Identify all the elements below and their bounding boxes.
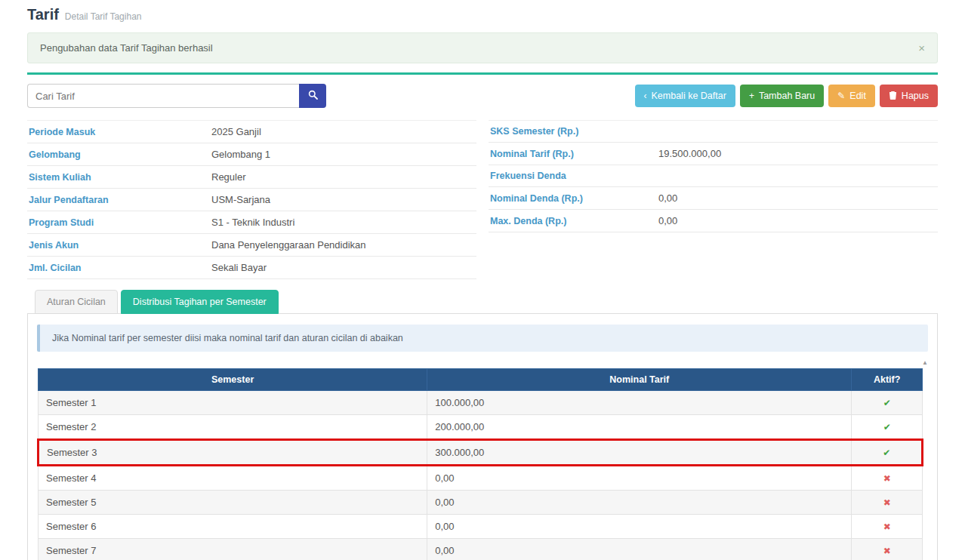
edit-button-label: Edit <box>849 91 866 101</box>
action-buttons: ‹ Kembali ke Daftar + Tambah Baru ✎ Edit… <box>635 85 938 107</box>
cross-icon: ✖ <box>883 522 891 532</box>
semester-cell: Semester 3 <box>39 440 427 466</box>
scroll-up-icon[interactable]: ▲ <box>922 359 928 367</box>
back-to-list-button[interactable]: ‹ Kembali ke Daftar <box>635 85 735 107</box>
column-header: Semester <box>39 369 427 391</box>
field-row: SKS Semester (Rp.) <box>489 120 938 143</box>
tab-panel: Jika Nominal tarif per semester diisi ma… <box>27 313 938 560</box>
field-label: Sistem Kuliah <box>29 172 211 183</box>
toolbar: ‹ Kembali ke Daftar + Tambah Baru ✎ Edit… <box>27 84 938 108</box>
field-row: Frekuensi Denda <box>489 165 938 187</box>
nominal-cell: 0,00 <box>427 491 852 515</box>
field-row: Nominal Denda (Rp.)0,00 <box>489 187 938 210</box>
semester-cell: Semester 7 <box>39 539 427 560</box>
tabs: Aturan CicilanDistribusi Tagihan per Sem… <box>35 290 938 314</box>
details-left: Periode Masuk2025 GanjilGelombangGelomba… <box>27 120 476 279</box>
aktif-cell: ✖ <box>852 466 923 491</box>
pencil-icon: ✎ <box>837 91 845 100</box>
info-note: Jika Nominal tarif per semester diisi ma… <box>37 325 928 352</box>
alert-message: Pengubahan data Tarif Tagihan berhasil <box>40 42 213 54</box>
nominal-cell: 100.000,00 <box>427 391 852 415</box>
add-new-button[interactable]: + Tambah Baru <box>740 85 824 107</box>
semester-cell: Semester 6 <box>39 515 427 539</box>
field-row: Jalur PendaftaranUSM-Sarjana <box>27 189 476 211</box>
tab-aturan-cicilan[interactable]: Aturan Cicilan <box>35 290 118 314</box>
field-value: Reguler <box>211 171 246 183</box>
field-value: 0,00 <box>658 215 677 226</box>
page-subtitle: Detail Tarif Tagihan <box>65 11 142 22</box>
field-value: USM-Sarjana <box>211 194 270 205</box>
field-label: SKS Semester (Rp.) <box>490 126 658 137</box>
field-row: Nominal Tarif (Rp.)19.500.000,00 <box>489 143 938 165</box>
search-input[interactable] <box>27 84 299 108</box>
field-row: Periode Masuk2025 Ganjil <box>27 120 476 143</box>
close-icon[interactable]: × <box>918 42 925 54</box>
field-value: S1 - Teknik Industri <box>211 217 294 228</box>
edit-button[interactable]: ✎ Edit <box>828 85 875 107</box>
delete-button[interactable]: Hapus <box>880 85 938 107</box>
tab-distribusi-tagihan-per-semester[interactable]: Distribusi Tagihan per Semester <box>121 290 279 314</box>
field-value: Dana Penyelenggaraan Pendidikan <box>211 239 366 251</box>
aktif-cell: ✔ <box>852 440 923 466</box>
semester-table-body: Semester 1100.000,00✔Semester 2200.000,0… <box>39 391 923 560</box>
field-label: Gelombang <box>29 149 211 160</box>
semester-cell: Semester 5 <box>39 491 427 515</box>
success-alert: Pengubahan data Tarif Tagihan berhasil × <box>27 32 938 63</box>
table-row: Semester 50,00✖ <box>39 491 923 515</box>
detail-section: Periode Masuk2025 GanjilGelombangGelomba… <box>27 120 938 279</box>
check-icon: ✔ <box>883 398 891 408</box>
aktif-cell: ✖ <box>852 539 923 560</box>
table-row: Semester 70,00✖ <box>39 539 923 560</box>
page-header: TarifDetail Tarif Tagihan <box>27 6 938 23</box>
cross-icon: ✖ <box>883 546 891 556</box>
semester-cell: Semester 1 <box>39 391 427 415</box>
aktif-cell: ✔ <box>852 415 923 440</box>
table-row: Semester 3300.000,00✔ <box>39 440 923 466</box>
details-right: SKS Semester (Rp.)Nominal Tarif (Rp.)19.… <box>489 120 938 279</box>
table-row: Semester 60,00✖ <box>39 515 923 539</box>
field-value: Sekali Bayar <box>211 262 267 273</box>
nominal-cell: 300.000,00 <box>427 440 852 466</box>
search-icon <box>308 90 318 102</box>
delete-button-label: Hapus <box>902 91 929 101</box>
field-row: Program StudiS1 - Teknik Industri <box>27 211 476 234</box>
column-header: Aktif? <box>852 369 923 391</box>
aktif-cell: ✖ <box>852 515 923 539</box>
field-label: Jml. Cicilan <box>29 263 211 273</box>
back-button-label: Kembali ke Daftar <box>652 91 726 101</box>
trash-icon <box>889 91 897 101</box>
field-value: 0,00 <box>658 192 677 204</box>
field-label: Max. Denda (Rp.) <box>490 216 658 226</box>
field-row: Jml. CicilanSekali Bayar <box>27 257 476 279</box>
field-label: Nominal Denda (Rp.) <box>490 193 658 204</box>
semester-cell: Semester 2 <box>39 415 427 440</box>
cross-icon: ✖ <box>883 473 891 484</box>
nominal-cell: 0,00 <box>427 539 852 560</box>
aktif-cell: ✖ <box>852 491 923 515</box>
plus-icon: + <box>749 91 754 100</box>
field-label: Jenis Akun <box>29 240 211 251</box>
field-label: Program Studi <box>29 217 211 228</box>
search-button[interactable] <box>299 84 326 108</box>
field-label: Frekuensi Denda <box>490 171 658 181</box>
aktif-cell: ✔ <box>852 391 923 415</box>
nominal-cell: 200.000,00 <box>427 415 852 440</box>
add-button-label: Tambah Baru <box>759 91 815 101</box>
accent-divider <box>27 72 938 75</box>
check-icon: ✔ <box>883 448 890 458</box>
table-row: Semester 1100.000,00✔ <box>39 391 923 415</box>
nominal-cell: 0,00 <box>427 466 852 491</box>
table-row: Semester 40,00✖ <box>39 466 923 491</box>
semester-table: SemesterNominal TarifAktif? Semester 110… <box>37 368 923 560</box>
page-title: Tarif <box>27 6 59 23</box>
table-row: Semester 2200.000,00✔ <box>39 415 923 440</box>
column-header: Nominal Tarif <box>427 369 852 391</box>
field-value: 2025 Ganjil <box>211 126 261 137</box>
field-row: Sistem KuliahReguler <box>27 166 476 189</box>
cross-icon: ✖ <box>883 497 891 508</box>
nominal-cell: 0,00 <box>427 515 852 539</box>
field-row: Max. Denda (Rp.)0,00 <box>489 210 938 232</box>
chevron-left-icon: ‹ <box>644 91 647 100</box>
field-row: GelombangGelombang 1 <box>27 143 476 166</box>
field-label: Jalur Pendaftaran <box>29 195 211 205</box>
